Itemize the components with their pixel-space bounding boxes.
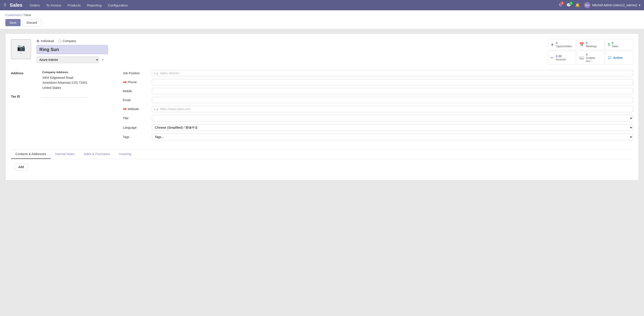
tab-content: Add — [11, 159, 633, 175]
external-link-icon[interactable]: ↗ — [101, 58, 104, 62]
meetings-count: 0 — [586, 41, 597, 45]
meetings-label: Meetings — [586, 45, 597, 48]
tax-id-input[interactable] — [42, 94, 87, 98]
title-select[interactable] — [152, 115, 633, 122]
analytic-count: 0 — [586, 53, 602, 56]
company-select-row: Azure Interior ↗ — [36, 56, 543, 63]
top-section: 📷 + Individual Company — [11, 39, 633, 65]
phone-input[interactable] — [152, 79, 633, 85]
update-icon[interactable]: ↻ 5 — [559, 3, 562, 8]
tags-row: Tags Tags... — [123, 134, 633, 140]
stats-panel: ★ 0 Opportunities 📅 0 Meetings $ — [548, 39, 633, 65]
tabs-row: Contacts & Addresses Internal Notes Sale… — [11, 150, 633, 159]
phone-label: Phone — [128, 80, 137, 84]
nav-configuration[interactable]: Configuration — [108, 3, 128, 8]
sales-count: 0 — [612, 41, 618, 45]
user-dropdown-icon[interactable]: ▾ — [639, 3, 640, 7]
nav-orders[interactable]: Orders — [30, 3, 40, 8]
tax-id-value — [42, 93, 114, 98]
opportunities-count: 0 — [556, 41, 572, 45]
avatar: MA — [584, 2, 590, 8]
discard-button[interactable]: Discard — [22, 19, 41, 26]
title-label: Title — [123, 116, 152, 120]
tab-contacts-addresses[interactable]: Contacts & Addresses — [11, 150, 51, 159]
radio-individual[interactable]: Individual — [36, 39, 54, 43]
name-input[interactable] — [36, 45, 108, 54]
language-label: Language — [123, 126, 152, 129]
company-select[interactable]: Azure Interior — [36, 56, 99, 63]
grid-icon[interactable]: ⠿ — [4, 3, 6, 8]
mobile-input[interactable] — [152, 88, 633, 94]
save-button[interactable]: Save — [5, 19, 20, 26]
stat-opportunities[interactable]: ★ 0 Opportunities — [548, 39, 576, 50]
address-label: Address — [11, 70, 42, 90]
dollar-icon: $ — [608, 42, 610, 47]
address-value: Company Address: 3404 Edgewood Road Jone… — [42, 70, 114, 90]
stat-meetings[interactable]: 📅 0 Meetings — [577, 39, 604, 50]
tags-label: Tags — [123, 135, 152, 139]
topnav-right: ↻ 5 💬 1 🔔 MA Mitchell Admin (odoo12_edem… — [559, 2, 640, 8]
opportunities-label: Opportunities — [556, 45, 572, 48]
address-row: Address Company Address: 3404 Edgewood R… — [11, 70, 114, 90]
app-brand: Sales — [10, 2, 22, 8]
analytic-label: Analytic Acc... — [586, 56, 602, 63]
breadcrumb: Customers / New — [5, 13, 639, 17]
tabs-section: Contacts & Addresses Internal Notes Sale… — [11, 149, 633, 175]
chat-badge: 1 — [569, 1, 573, 5]
sales-label: Sales — [612, 45, 618, 48]
stat-active[interactable]: ☑ Active — [605, 51, 633, 65]
edit-icon: ✏ — [550, 55, 554, 60]
photo-upload[interactable]: 📷 + — [11, 39, 31, 59]
address-country: United States — [42, 85, 114, 90]
bell-icon[interactable]: 🔔 — [575, 3, 580, 8]
email-row: Email — [123, 97, 633, 103]
language-select[interactable]: Chinese (Simplified) / 简体中文 — [152, 124, 633, 131]
tax-id-row: Tax ID — [11, 93, 114, 98]
email-label: Email — [123, 98, 152, 102]
tax-id-label: Tax ID — [11, 93, 42, 98]
update-badge: 5 — [560, 1, 564, 5]
book-icon: 📖 — [579, 55, 584, 60]
calendar-icon: 📅 — [579, 42, 584, 47]
nav-to-invoice[interactable]: To Invoice — [46, 3, 61, 8]
breadcrumb-current: New — [24, 13, 31, 17]
form-card: 📷 + Individual Company — [5, 34, 639, 180]
breadcrumb-parent[interactable]: Customers — [5, 13, 22, 17]
phone-row: ➡ Phone — [123, 79, 633, 85]
title-row: Title — [123, 115, 633, 122]
job-position-row: Job Position — [123, 70, 633, 76]
nav-reporting[interactable]: Reporting — [87, 3, 102, 8]
radio-group: Individual Company — [36, 39, 543, 43]
tab-invoicing[interactable]: Invoicing — [114, 150, 136, 159]
active-icon: ☑ — [608, 55, 611, 60]
fields-section: Address Company Address: 3404 Edgewood R… — [11, 70, 633, 143]
website-row: ➡ Website — [123, 106, 633, 112]
stat-invoiced[interactable]: ✏ 0.00 Invoiced — [548, 51, 576, 65]
user-name: Mitchell Admin (odoo12_edemo) — [592, 3, 637, 7]
stat-sales[interactable]: $ 0 Sales — [605, 39, 633, 50]
add-button[interactable]: Add — [14, 164, 28, 170]
stat-analytic[interactable]: 📖 0 Analytic Acc... — [577, 51, 604, 65]
tab-internal-notes[interactable]: Internal Notes — [51, 150, 79, 159]
address-street: 3404 Edgewood Road — [42, 75, 114, 80]
tab-sales-purchases[interactable]: Sales & Purchases — [79, 150, 114, 159]
nav-products[interactable]: Products — [68, 3, 81, 8]
website-input[interactable] — [152, 106, 633, 112]
job-position-label: Job Position — [123, 71, 152, 75]
breadcrumb-area: Customers / New Save Discard — [0, 10, 644, 29]
camera-icon: 📷 — [17, 44, 25, 52]
address-city-state: Jonesboro Arkansas (US) 72401 — [42, 80, 114, 85]
chat-icon[interactable]: 💬 1 — [566, 3, 571, 8]
nav-links: Orders To Invoice Products Reporting Con… — [30, 3, 559, 8]
job-position-input[interactable] — [152, 70, 633, 76]
action-buttons: Save Discard — [5, 19, 639, 29]
left-fields: Address Company Address: 3404 Edgewood R… — [11, 70, 114, 143]
radio-company[interactable]: Company — [58, 39, 76, 43]
email-input[interactable] — [152, 97, 633, 103]
phone-arrow-icon: ➡ — [123, 79, 127, 85]
breadcrumb-separator: / — [22, 13, 24, 17]
tags-select[interactable]: Tags... — [152, 134, 633, 140]
user-menu[interactable]: MA Mitchell Admin (odoo12_edemo) ▾ — [584, 2, 640, 8]
star-icon: ★ — [550, 42, 554, 47]
language-row: Language Chinese (Simplified) / 简体中文 — [123, 124, 633, 131]
